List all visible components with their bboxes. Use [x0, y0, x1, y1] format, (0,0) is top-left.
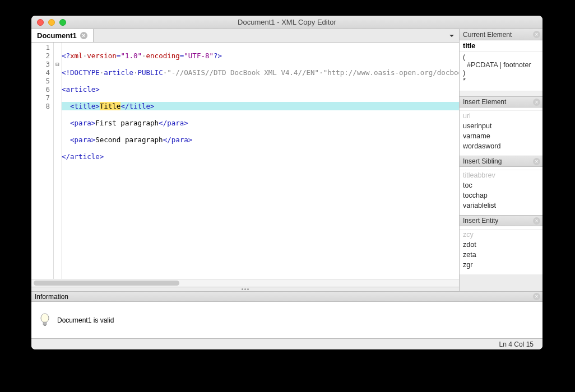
insert-sibling-header: Insert Sibling × — [460, 156, 542, 167]
information-body: Document1 is valid — [31, 302, 542, 338]
close-icon[interactable]: × — [533, 217, 540, 225]
zoom-window-button[interactable] — [59, 19, 66, 26]
minimize-window-button[interactable] — [48, 19, 55, 26]
insert-entity-list[interactable]: zcy zdot zeta zgr — [460, 226, 542, 274]
information-message: Document1 is valid — [57, 316, 114, 324]
close-icon[interactable]: × — [533, 158, 540, 165]
close-icon[interactable]: × — [533, 31, 540, 38]
lightbulb-icon — [39, 312, 50, 328]
insert-element-list[interactable]: uri userinput varname wordasword — [460, 108, 542, 156]
insert-entity-header: Insert Entity × — [460, 215, 542, 226]
current-element-model: ( #PCDATA | footnoter ) * — [460, 52, 542, 91]
status-bar: Ln 4 Col 15 — [31, 338, 542, 349]
tab-document1[interactable]: Document1 × — [31, 29, 94, 42]
insert-sibling-list[interactable]: titleabbrev toc tocchap variablelist — [460, 167, 542, 215]
cursor-position: Ln 4 Col 15 — [499, 340, 534, 348]
ce-hscrollbar[interactable] — [460, 91, 542, 96]
tab-close-icon[interactable]: × — [80, 32, 87, 39]
svg-rect-2 — [44, 325, 46, 326]
svg-point-0 — [41, 314, 49, 323]
svg-rect-1 — [43, 322, 47, 325]
horizontal-splitter[interactable] — [31, 287, 459, 291]
close-window-button[interactable] — [37, 19, 44, 26]
current-element-header: Current Element × — [460, 29, 542, 40]
code-area[interactable]: <?xml·version="1.0"·encoding="UTF-8"?> <… — [62, 43, 459, 279]
fold-column[interactable]: ⊟ — [54, 43, 62, 279]
close-icon[interactable]: × — [533, 99, 540, 106]
app-window: Document1 - XML Copy Editor Document1 × … — [31, 16, 542, 349]
insert-element-header: Insert Element × — [460, 96, 542, 108]
line-gutter: 1234 5678 — [31, 43, 54, 279]
side-panel: Current Element × title ( #PCDATA | foot… — [460, 29, 542, 291]
current-element-name: title — [460, 40, 542, 52]
window-title: Document1 - XML Copy Editor — [31, 18, 542, 26]
editor-hscrollbar[interactable] — [31, 279, 459, 287]
tab-overflow-menu[interactable] — [448, 32, 456, 40]
close-icon[interactable]: × — [533, 293, 540, 300]
tabbar: Document1 × — [31, 29, 459, 43]
information-header: Information × — [31, 292, 542, 302]
tab-label: Document1 — [37, 31, 77, 40]
code-editor[interactable]: 1234 5678 ⊟ <?xml·version="1.0"·encoding… — [31, 43, 459, 279]
titlebar: Document1 - XML Copy Editor — [31, 16, 542, 29]
